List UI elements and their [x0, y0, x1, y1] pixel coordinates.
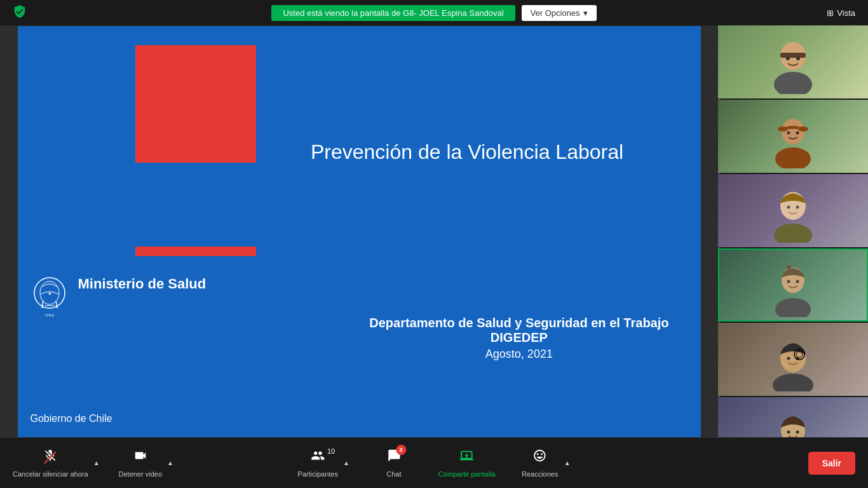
participant-video: [718, 397, 868, 437]
security-icon: [13, 4, 27, 21]
svg-point-26: [773, 374, 813, 391]
participant-video: [718, 174, 868, 247]
reactions-button[interactable]: Reacciones: [521, 449, 559, 478]
svg-point-14: [796, 131, 799, 134]
svg-point-16: [774, 224, 812, 243]
svg-point-18: [796, 205, 799, 208]
participants-options-arrow[interactable]: ▲: [343, 459, 349, 466]
participants-button[interactable]: 10 Participantes: [297, 449, 338, 478]
microphone-muted-icon: [43, 449, 57, 466]
share-screen-icon: [460, 449, 474, 466]
department-text: Departamento de Salud y Seguridad en el …: [369, 316, 668, 330]
svg-rect-6: [780, 53, 806, 58]
participant-thumb: [718, 100, 868, 173]
share-screen-button[interactable]: Compartir pantalla: [438, 449, 496, 478]
chevron-down-icon: ▾: [583, 8, 588, 18]
svg-point-7: [786, 57, 790, 60]
participant-thumb: [718, 397, 868, 437]
svg-point-8: [796, 57, 800, 60]
ministry-name: Ministerio de Salud: [78, 275, 207, 294]
org-text: DIGEDEP: [369, 330, 668, 345]
video-options-arrow[interactable]: ▲: [167, 459, 173, 466]
toolbar-right: Salir: [808, 452, 855, 475]
participant-thumb: [718, 323, 868, 396]
reactions-icon: [533, 449, 547, 466]
red-block-top: [135, 45, 256, 163]
government-label: Gobierno de Chile: [31, 413, 112, 424]
toolbar-center: 10 Participantes ▲ 3 Chat Compar: [297, 449, 570, 478]
main-area: ✦ CHILE Ministerio de Salud Gobierno de …: [0, 25, 718, 437]
grid-icon: ⊞: [827, 8, 834, 18]
video-button[interactable]: Detener video: [119, 449, 163, 478]
participant-video: [718, 25, 868, 98]
svg-point-21: [787, 280, 790, 283]
svg-point-34: [796, 430, 799, 433]
svg-point-9: [782, 119, 804, 144]
video-icon: [133, 449, 147, 466]
svg-point-22: [796, 280, 799, 283]
svg-point-27: [787, 356, 790, 360]
reactions-options-arrow[interactable]: ▲: [564, 459, 571, 466]
slide-info: Departamento de Salud y Seguridad en el …: [369, 316, 668, 361]
top-bar: Usted está viendo la pantalla de G8- JOE…: [0, 0, 868, 25]
participant-video: [719, 250, 867, 320]
mute-options-arrow[interactable]: ▲: [93, 459, 100, 466]
participant-thumb: [718, 174, 868, 247]
presentation-slide: ✦ CHILE Ministerio de Salud Gobierno de …: [18, 26, 701, 437]
chat-button[interactable]: 3 Chat: [375, 449, 413, 478]
chat-icon: 3: [387, 449, 401, 466]
participant-thumb-active: [718, 248, 868, 322]
participants-icon: 10: [311, 449, 325, 466]
chat-badge: 3: [396, 445, 406, 455]
toolbar-left: Cancelar silenciar ahora ▲ Detener video…: [13, 449, 173, 478]
participant-video: [718, 323, 868, 396]
participant-thumb: [718, 25, 868, 98]
vista-button[interactable]: ⊞ Vista: [827, 8, 855, 18]
screen-share-banner: Usted está viendo la pantalla de G8- JOE…: [271, 5, 515, 21]
exit-button[interactable]: Salir: [808, 452, 855, 475]
svg-point-10: [775, 147, 811, 168]
participants-panel: ▾: [718, 25, 868, 437]
coat-of-arms-icon: ✦ CHILE: [31, 275, 69, 320]
participant-video: [718, 100, 868, 173]
mute-button[interactable]: Cancelar silenciar ahora: [13, 449, 88, 478]
svg-point-13: [787, 131, 790, 134]
svg-point-20: [775, 298, 811, 317]
svg-point-24: [787, 265, 792, 269]
svg-point-33: [787, 430, 790, 433]
date-text: Agosto, 2021: [369, 348, 668, 361]
ministry-area: ✦ CHILE Ministerio de Salud: [18, 256, 256, 437]
toolbar: Cancelar silenciar ahora ▲ Detener video…: [0, 437, 868, 488]
ver-opciones-button[interactable]: Ver Opciones ▾: [522, 5, 597, 21]
svg-point-17: [787, 205, 790, 208]
svg-text:✦: ✦: [47, 291, 51, 297]
svg-text:CHILE: CHILE: [44, 313, 54, 317]
svg-point-5: [774, 72, 812, 94]
slide-title: Prevención de la Violencia Laboral: [259, 140, 675, 164]
